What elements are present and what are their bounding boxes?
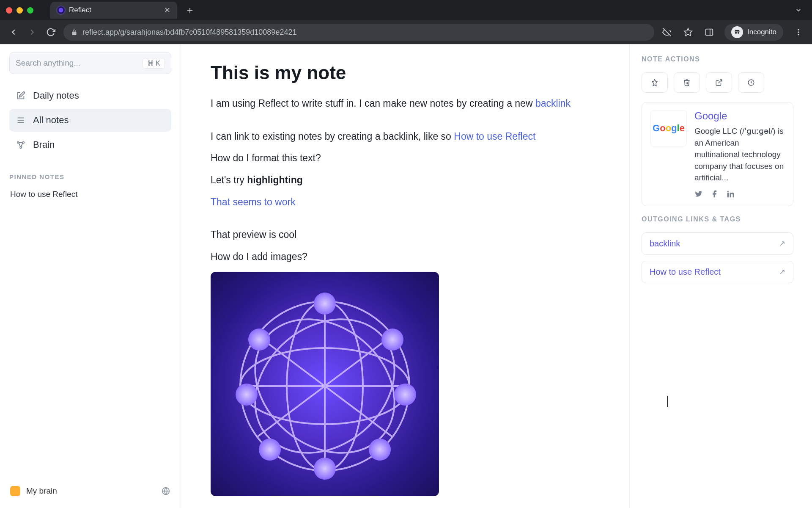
address-bar-url: reflect.app/g/sarahjonas/bd4fb7c0510f489… bbox=[82, 28, 296, 37]
delete-note-button[interactable] bbox=[674, 72, 700, 93]
outgoing-link-label: backlink bbox=[650, 239, 680, 248]
nav-reload-button[interactable] bbox=[45, 28, 57, 37]
svg-point-31 bbox=[236, 384, 258, 406]
workspace-name: My brain bbox=[26, 486, 57, 496]
note-image[interactable] bbox=[211, 272, 439, 496]
incognito-indicator[interactable]: Incognito bbox=[724, 24, 783, 41]
note-paragraph[interactable]: I can link to existing notes by creating… bbox=[211, 129, 600, 144]
pinned-notes-label: PINNED NOTES bbox=[9, 173, 171, 180]
note-blank-line bbox=[211, 118, 600, 122]
note-link[interactable]: That seems to work bbox=[211, 196, 296, 207]
twitter-icon[interactable] bbox=[694, 190, 703, 198]
sidebar-nav: Daily notes All notes Brain bbox=[9, 84, 171, 156]
browser-tab-strip: Reflect ✕ ＋ bbox=[0, 0, 812, 20]
note-text: I am using Reflect to write stuff in. I … bbox=[211, 98, 535, 109]
incognito-icon bbox=[731, 26, 743, 38]
new-tab-button[interactable]: ＋ bbox=[177, 3, 203, 17]
note-blank-line bbox=[211, 216, 600, 221]
linkedin-icon[interactable] bbox=[727, 190, 735, 198]
note-paragraph[interactable]: That seems to work bbox=[211, 195, 600, 210]
note-backlink[interactable]: backlink bbox=[535, 98, 571, 109]
text-cursor-icon bbox=[667, 396, 668, 407]
edit-icon bbox=[16, 91, 26, 100]
nav-forward-button[interactable] bbox=[26, 28, 38, 37]
arrow-icon: ↗ bbox=[779, 267, 785, 276]
note-paragraph[interactable]: That preview is cool bbox=[211, 227, 600, 243]
svg-point-26 bbox=[381, 329, 403, 351]
note-actions-panel: NOTE ACTIONS Google bbox=[629, 44, 805, 508]
support-icon[interactable] bbox=[161, 486, 170, 496]
svg-point-5 bbox=[738, 32, 740, 34]
sidebar-item-all-notes[interactable]: All notes bbox=[9, 109, 171, 132]
app-root: Search anything... ⌘ K Daily notes All n… bbox=[0, 44, 812, 508]
list-icon bbox=[16, 116, 26, 125]
sidebar: Search anything... ⌘ K Daily notes All n… bbox=[0, 44, 181, 508]
note-editor[interactable]: This is my note I am using Reflect to wr… bbox=[181, 44, 629, 508]
window-close-button[interactable] bbox=[6, 7, 12, 14]
note-action-buttons bbox=[642, 72, 793, 93]
sidebar-item-label: Brain bbox=[33, 139, 55, 150]
link-preview-thumb: Google bbox=[650, 110, 687, 146]
note-paragraph[interactable]: How do I format this text? bbox=[211, 151, 600, 166]
outgoing-label: OUTGOING LINKS & TAGS bbox=[642, 215, 793, 223]
link-preview-desc: Google LLC (/ˈɡuːɡəl/) is an American mu… bbox=[694, 125, 785, 184]
link-preview-body: Google Google LLC (/ˈɡuːɡəl/) is an Amer… bbox=[694, 110, 785, 198]
nav-back-button[interactable] bbox=[8, 28, 19, 37]
svg-point-28 bbox=[369, 439, 391, 461]
pin-note-button[interactable] bbox=[642, 72, 668, 93]
eye-off-icon[interactable] bbox=[661, 28, 673, 37]
sidebar-item-label: Daily notes bbox=[33, 90, 79, 101]
sidebar-item-daily-notes[interactable]: Daily notes bbox=[9, 84, 171, 107]
svg-point-7 bbox=[798, 31, 799, 33]
google-logo-icon: Google bbox=[653, 123, 685, 134]
svg-point-25 bbox=[314, 293, 336, 315]
svg-point-14 bbox=[20, 147, 22, 149]
note-actions-label: NOTE ACTIONS bbox=[642, 55, 793, 63]
note-text: I can link to existing notes by creating… bbox=[211, 131, 454, 142]
outgoing-link-item[interactable]: How to use Reflect ↗ bbox=[642, 261, 793, 283]
browser-tab[interactable]: Reflect ✕ bbox=[50, 2, 177, 19]
browser-tab-title: Reflect bbox=[69, 6, 91, 14]
network-graphic-icon bbox=[211, 272, 439, 496]
network-icon bbox=[16, 140, 26, 149]
note-paragraph[interactable]: I am using Reflect to write stuff in. I … bbox=[211, 96, 600, 111]
note-backlink[interactable]: How to use Reflect bbox=[454, 131, 535, 142]
outgoing-link-label: How to use Reflect bbox=[650, 267, 721, 277]
window-minimize-button[interactable] bbox=[16, 7, 23, 14]
outgoing-list: backlink ↗ How to use Reflect ↗ bbox=[642, 232, 793, 283]
svg-point-29 bbox=[314, 458, 336, 480]
link-preview-title[interactable]: Google bbox=[694, 110, 785, 122]
history-button[interactable] bbox=[738, 72, 764, 93]
bookmark-star-icon[interactable] bbox=[682, 28, 694, 37]
note-title[interactable]: This is my note bbox=[211, 62, 600, 83]
note-bold-text: highlighting bbox=[247, 174, 303, 185]
search-placeholder: Search anything... bbox=[16, 58, 80, 68]
browser-toolbar: reflect.app/g/sarahjonas/bd4fb7c0510f489… bbox=[0, 20, 812, 44]
link-preview-socials bbox=[694, 190, 785, 198]
pinned-note-item[interactable]: How to use Reflect bbox=[9, 187, 171, 202]
note-paragraph[interactable]: Let's try highlighting bbox=[211, 173, 600, 188]
svg-point-8 bbox=[798, 34, 799, 35]
toolbar-right-icons: Incognito bbox=[661, 24, 804, 41]
arrow-icon: ↗ bbox=[779, 239, 785, 248]
link-preview-card[interactable]: Google Google Google LLC (/ˈɡuːɡəl/) is … bbox=[642, 102, 793, 206]
sidebar-item-label: All notes bbox=[33, 115, 69, 126]
reflect-favicon-icon bbox=[57, 6, 65, 14]
outgoing-link-item[interactable]: backlink ↗ bbox=[642, 232, 793, 255]
browser-menu-button[interactable] bbox=[793, 28, 804, 36]
tab-close-button[interactable]: ✕ bbox=[164, 6, 170, 15]
main-area: This is my note I am using Reflect to wr… bbox=[181, 44, 812, 508]
search-input[interactable]: Search anything... ⌘ K bbox=[9, 52, 171, 74]
sidebar-item-brain[interactable]: Brain bbox=[9, 133, 171, 156]
note-paragraph[interactable]: How do I add images? bbox=[211, 249, 600, 265]
svg-rect-2 bbox=[706, 29, 713, 36]
open-external-button[interactable] bbox=[706, 72, 732, 93]
facebook-icon[interactable] bbox=[710, 190, 719, 198]
svg-point-27 bbox=[394, 384, 416, 406]
window-zoom-button[interactable] bbox=[27, 7, 33, 14]
sidebar-footer[interactable]: My brain bbox=[9, 482, 171, 500]
tab-list-button[interactable] bbox=[791, 7, 806, 14]
side-panel-icon[interactable] bbox=[703, 28, 715, 37]
svg-point-30 bbox=[259, 439, 281, 461]
address-bar[interactable]: reflect.app/g/sarahjonas/bd4fb7c0510f489… bbox=[63, 24, 654, 41]
